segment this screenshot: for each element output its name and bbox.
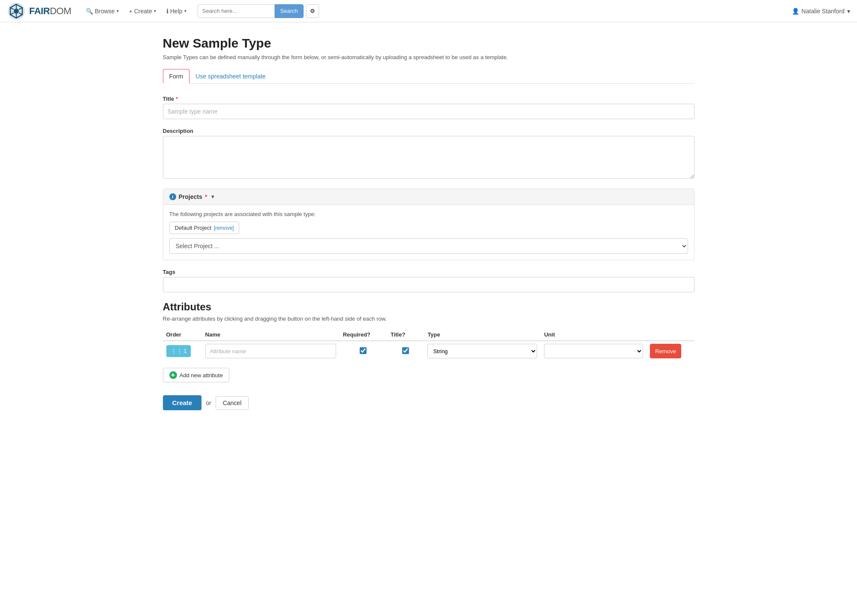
- browse-menu[interactable]: 🔍 Browse ▾: [81, 5, 123, 17]
- required-star: *: [205, 193, 207, 200]
- remove-attribute-button[interactable]: Remove: [650, 344, 681, 358]
- attribute-name-input[interactable]: [205, 344, 336, 358]
- user-icon: 👤: [792, 8, 799, 15]
- create-menu[interactable]: + Create ▾: [125, 5, 160, 17]
- chevron-down-icon: ▾: [117, 9, 119, 13]
- search-button[interactable]: Search: [275, 4, 304, 18]
- attributes-title: Attributes: [163, 301, 695, 313]
- settings-button[interactable]: ⚙: [306, 4, 319, 18]
- projects-description: The following projects are associated wi…: [169, 211, 688, 217]
- help-menu[interactable]: ℹ Help ▾: [162, 5, 191, 17]
- title-field-group: Title *: [163, 96, 695, 119]
- projects-header: i Projects * ▾: [163, 189, 694, 205]
- required-star: *: [176, 96, 178, 102]
- search-icon: 🔍: [86, 8, 93, 15]
- chevron-down-icon: ▾: [847, 8, 850, 15]
- tab-form[interactable]: Form: [163, 69, 190, 84]
- required-checkbox[interactable]: [360, 347, 367, 354]
- title-input[interactable]: [163, 104, 695, 119]
- navbar: FAIRDOM 🔍 Browse ▾ + Create ▾ ℹ Help ▾ S…: [0, 0, 857, 22]
- col-header-name: Name: [202, 329, 340, 341]
- attributes-table-body: ⋮⋮1StringIntegerFloatBooleanDateDateTime…: [163, 341, 695, 361]
- chevron-down-icon: ▾: [154, 9, 156, 13]
- order-number: 1: [184, 348, 187, 354]
- create-button[interactable]: Create: [163, 395, 202, 410]
- user-menu[interactable]: 👤 Natalie Stanford ▾: [792, 8, 850, 15]
- projects-section: i Projects * ▾ The following projects ar…: [163, 189, 695, 260]
- tags-input[interactable]: [163, 277, 695, 292]
- description-label: Description: [163, 128, 695, 134]
- brand: FAIRDOM: [7, 2, 71, 21]
- nav-links: 🔍 Browse ▾ + Create ▾ ℹ Help ▾: [81, 5, 191, 17]
- info-icon: ℹ: [166, 8, 168, 15]
- description-field-group: Description: [163, 128, 695, 180]
- attributes-subtitle: Re-arrange attributes by clicking and dr…: [163, 316, 695, 322]
- tab-bar: Form Use spreadsheet template: [163, 69, 695, 84]
- brand-logo-icon: [7, 2, 26, 21]
- brand-fair: FAIR: [29, 6, 50, 16]
- description-textarea[interactable]: [163, 136, 695, 179]
- plus-icon: +: [169, 371, 177, 379]
- drag-icon: ⋮⋮: [171, 348, 183, 355]
- project-tag: Default Project [remove]: [169, 222, 240, 234]
- add-attribute-label: Add new attribute: [180, 372, 223, 379]
- svg-point-2: [14, 9, 19, 14]
- col-header-title: Title?: [387, 329, 424, 341]
- title-checkbox[interactable]: [402, 347, 409, 354]
- main-content: New Sample Type Sample Types can be defi…: [146, 22, 712, 436]
- page-subtitle: Sample Types can be defined manually thr…: [163, 54, 695, 60]
- info-icon: i: [169, 193, 176, 200]
- col-header-type: Type: [424, 329, 541, 341]
- search-input[interactable]: [198, 4, 275, 18]
- col-header-order: Order: [163, 329, 202, 341]
- drag-handle[interactable]: ⋮⋮1: [166, 345, 191, 357]
- form-actions: Create or Cancel: [163, 395, 695, 410]
- title-label: Title *: [163, 96, 695, 102]
- table-row: ⋮⋮1StringIntegerFloatBooleanDateDateTime…: [163, 341, 695, 361]
- search-area: Search ⚙: [198, 4, 319, 18]
- col-header-action: [647, 329, 694, 341]
- add-attribute-button[interactable]: + Add new attribute: [163, 368, 229, 382]
- attributes-table: Order Name Required? Title? Type Unit ⋮⋮…: [163, 329, 695, 361]
- chevron-down-icon: ▾: [184, 9, 186, 13]
- attributes-table-head: Order Name Required? Title? Type Unit: [163, 329, 695, 341]
- projects-label: Projects: [179, 193, 202, 200]
- tags-label: Tags: [163, 269, 695, 275]
- project-select[interactable]: Select Project ...: [169, 238, 688, 254]
- type-select[interactable]: StringIntegerFloatBooleanDateDateTimeURI…: [427, 344, 537, 358]
- chevron-down-icon[interactable]: ▾: [211, 194, 214, 200]
- brand-text: FAIRDOM: [29, 6, 71, 17]
- project-remove-link[interactable]: [remove]: [214, 225, 234, 231]
- cancel-button[interactable]: Cancel: [216, 396, 249, 410]
- tags-field-group: Tags: [163, 269, 695, 292]
- col-header-required: Required?: [340, 329, 387, 341]
- brand-dom: DOM: [50, 6, 71, 16]
- unit-select[interactable]: [544, 344, 643, 358]
- page-title: New Sample Type: [163, 36, 695, 51]
- gear-icon: ⚙: [310, 8, 315, 14]
- project-name: Default Project: [175, 225, 211, 231]
- projects-body: The following projects are associated wi…: [163, 205, 694, 260]
- tab-spreadsheet[interactable]: Use spreadsheet template: [189, 69, 271, 83]
- col-header-unit: Unit: [541, 329, 647, 341]
- or-text: or: [206, 400, 211, 406]
